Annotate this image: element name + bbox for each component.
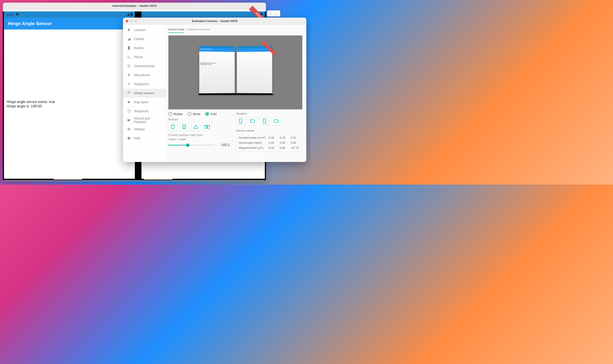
radio-rotate[interactable]: Rotate xyxy=(168,112,183,116)
posture-closed-button[interactable] xyxy=(168,123,177,131)
android-status-bar-right: DEBUG xyxy=(141,12,265,18)
window-minimize-button[interactable] xyxy=(130,20,133,23)
posture-open-button[interactable] xyxy=(203,123,211,131)
gesture-bar-left[interactable] xyxy=(54,179,82,180)
sensor-values-heading: Sensor values xyxy=(236,129,302,132)
posture-half-open-button[interactable] xyxy=(191,123,200,131)
sidebar-item-phone[interactable]: Phone xyxy=(123,52,166,62)
rotation-label: Rotation xyxy=(236,112,302,115)
battery-icon xyxy=(130,13,133,16)
pose-3d-preview[interactable]: Hinge Angle Sensor Hinge angle sensor ex… xyxy=(168,35,302,109)
svg-text:?: ? xyxy=(128,137,129,139)
posture-label: Posture xyxy=(168,118,230,121)
sidebar-item-label: Settings xyxy=(134,127,145,131)
sidebar-item-label: Directional pad xyxy=(134,64,154,68)
hinge-angle-slider[interactable] xyxy=(168,145,215,145)
sidebar-item-help[interactable]: ? Help xyxy=(123,134,166,143)
gesture-bar-right[interactable] xyxy=(144,179,173,180)
rotation-landscape-rev-button[interactable] xyxy=(272,117,281,125)
extended-controls-window: Extended Controls - <build>:5578 Locatio… xyxy=(123,18,306,162)
sidebar-item-bug-report[interactable]: Bug report xyxy=(123,98,166,107)
rotation-landscape-button[interactable] xyxy=(248,117,257,125)
body-line-1: Hinge angle sensor exists: true xyxy=(7,100,132,104)
rotation-portrait-button[interactable] xyxy=(236,117,245,125)
gyro-z: 0.00 xyxy=(291,141,299,144)
svg-rect-3 xyxy=(261,13,262,13)
tab-device-pose[interactable]: Device Pose xyxy=(168,28,184,33)
status-agent-icon xyxy=(16,13,19,16)
traffic-lights xyxy=(125,20,137,23)
svg-point-26 xyxy=(278,121,278,121)
sidebar-item-label: Virtual sensors xyxy=(134,91,154,95)
sidebar-item-virtual-sensors[interactable]: Virtual sensors xyxy=(123,89,166,98)
current-posture: Current posture: Half-Open xyxy=(168,133,230,137)
hinge-angle-value: 149.5 xyxy=(221,143,230,147)
gyro-y: 0.00 xyxy=(280,141,288,144)
accel-y: 9.78 xyxy=(280,136,288,139)
sidebar-item-snapshots[interactable]: Snapshots xyxy=(123,107,166,116)
preview-right-screen xyxy=(237,46,272,93)
svg-rect-18 xyxy=(205,126,206,126)
emulator-titlebar[interactable]: Android Emulator - <build>:5575 xyxy=(3,3,266,9)
window-zoom-button[interactable] xyxy=(134,20,137,23)
body-line-2: Hinge angle is: 149.50 xyxy=(7,104,132,108)
location-icon xyxy=(127,28,131,32)
signal-icon xyxy=(126,13,130,16)
preview-left-screen: Hinge Angle Sensor Hinge angle sensor ex… xyxy=(199,45,235,93)
background-window-controls[interactable]: × – xyxy=(267,10,280,16)
close-icon[interactable]: × xyxy=(270,12,271,15)
svg-rect-12 xyxy=(172,125,173,126)
extended-titlebar[interactable]: Extended Controls - <build>:5578 xyxy=(123,18,306,25)
sidebar-item-label: Help xyxy=(134,136,140,140)
signal-icon xyxy=(127,37,131,41)
sidebar-item-microphone[interactable]: Microphone xyxy=(123,71,166,80)
svg-point-20 xyxy=(240,122,241,123)
svg-rect-17 xyxy=(207,125,209,128)
rotation-portrait-rev-button[interactable] xyxy=(260,117,269,125)
mag-x: 0.00 xyxy=(269,146,277,149)
android-status-bar: 12:50 xyxy=(4,12,135,18)
mag-z: -47.75 xyxy=(291,146,299,149)
svg-rect-11 xyxy=(171,125,174,129)
radio-move[interactable]: Move xyxy=(188,112,200,116)
sidebar-item-fingerprint[interactable]: Fingerprint xyxy=(123,80,166,89)
bug-icon xyxy=(127,100,131,104)
sidebar-item-label: Cellular xyxy=(134,37,144,41)
status-time: 12:50 xyxy=(6,13,14,16)
phone-icon xyxy=(127,55,131,59)
sidebar-item-label: Record and Playback xyxy=(134,117,162,124)
svg-rect-4 xyxy=(128,46,130,50)
minimize-icon[interactable]: – xyxy=(276,12,278,15)
sidebar-item-location[interactable]: Location xyxy=(123,26,166,35)
svg-rect-5 xyxy=(128,46,129,46)
posture-flat-button[interactable] xyxy=(180,123,189,131)
sidebar-item-label: Fingerprint xyxy=(134,82,149,86)
radio-icon xyxy=(205,112,209,116)
sensors-icon xyxy=(127,91,131,95)
svg-rect-0 xyxy=(131,13,132,16)
accel-z: 0.81 xyxy=(291,136,299,139)
help-icon: ? xyxy=(127,136,131,140)
gyroscope-label: Gyroscope (rad/s): xyxy=(239,141,267,144)
svg-point-7 xyxy=(128,65,129,66)
sidebar-item-settings[interactable]: Settings xyxy=(123,125,166,134)
fingerprint-icon xyxy=(127,82,131,86)
app-bar: Hinge Angle Sensor xyxy=(4,18,135,29)
window-close-button[interactable] xyxy=(125,20,128,23)
sidebar-item-cellular[interactable]: Cellular xyxy=(123,35,166,44)
dpad-icon xyxy=(127,64,131,68)
svg-rect-1 xyxy=(131,13,132,13)
svg-point-24 xyxy=(264,119,265,120)
slider-thumb[interactable] xyxy=(186,143,190,147)
radio-fold[interactable]: Fold xyxy=(205,112,216,116)
radio-icon xyxy=(168,112,172,116)
sidebar-item-dpad[interactable]: Directional pad xyxy=(123,62,166,71)
emulator-title: Android Emulator - <build>:5575 xyxy=(112,4,157,8)
app-body: Hinge angle sensor exists: true Hinge an… xyxy=(4,29,135,179)
app-title: Hinge Angle Sensor xyxy=(8,21,52,26)
hinge-angle-label: Hinge 1 angle xyxy=(168,138,230,141)
tab-additional-sensors[interactable]: Additional sensors xyxy=(187,28,210,33)
sidebar-item-battery[interactable]: Battery xyxy=(123,44,166,52)
sidebar-item-record[interactable]: Record and Playback xyxy=(123,116,166,125)
preview-base xyxy=(198,93,273,95)
